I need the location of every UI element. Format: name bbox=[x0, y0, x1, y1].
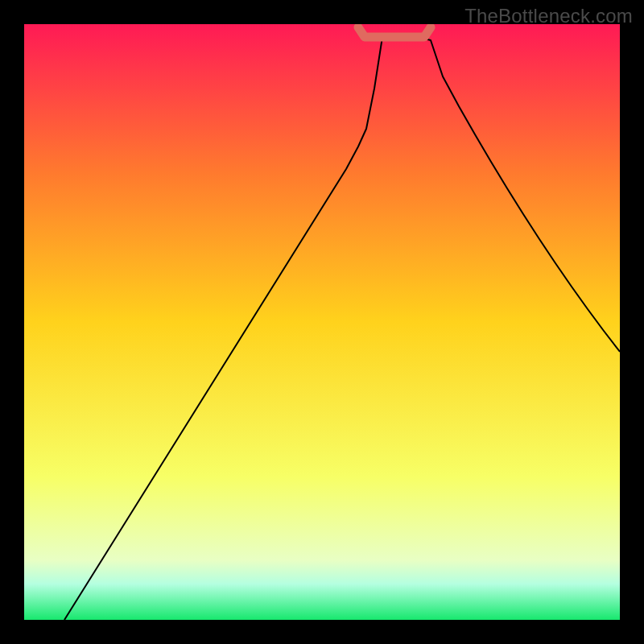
gradient-background bbox=[24, 24, 620, 620]
chart-frame: TheBottleneck.com bbox=[0, 0, 644, 644]
plot-area bbox=[24, 24, 620, 620]
chart-svg bbox=[24, 24, 620, 620]
